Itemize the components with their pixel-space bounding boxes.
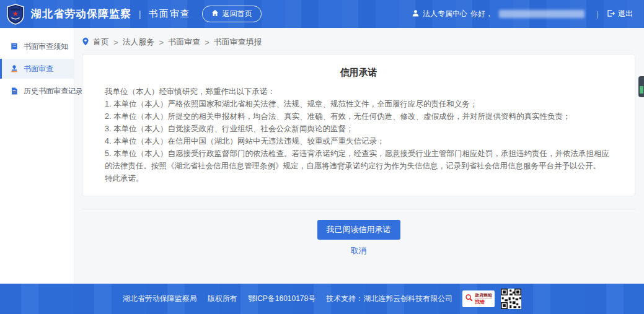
logout-button[interactable]: 退出: [618, 9, 633, 19]
home-icon: [211, 9, 219, 19]
user-icon: [412, 9, 420, 19]
breadcrumb-home[interactable]: 首页: [93, 37, 109, 48]
footer-copyright: 版权所有: [208, 294, 237, 304]
gov-badge-line1: 政府网站: [475, 293, 492, 298]
page: 湖北省劳动保障监察 | 书面审查 返回首页 法人专属中心 你好， | 退出: [0, 0, 644, 314]
stamp-icon: [10, 64, 19, 73]
notice-book-icon: [10, 42, 19, 51]
sidebar-item-written-review[interactable]: 书面审查: [0, 59, 74, 79]
qr-code: [501, 289, 521, 309]
footer-tech-support: 技术支持：湖北连邦云创科技有限公司: [326, 294, 452, 304]
body: 书面审查须知 书面审查: [0, 28, 644, 284]
masked-username: [499, 10, 584, 18]
sidebar-item-label: 书面审查: [24, 64, 53, 74]
confirm-read-button[interactable]: 我已阅读信用承诺: [317, 220, 400, 240]
card-title: 信用承诺: [105, 67, 612, 79]
commitment-item-3: 3. 本单位（本人）自觉接受政府、行业组织、社会公众新闻舆论的监督；: [105, 123, 612, 135]
commitment-item-4: 4. 本单位（本人）在信用中国（湖北）网站中无违法违规、较重或严重失信记录；: [105, 135, 612, 147]
breadcrumb-legal-services[interactable]: 法人服务: [123, 37, 155, 48]
commitment-closing: 特此承诺。: [105, 172, 612, 185]
footer-agency: 湖北省劳动保障监察局: [123, 294, 197, 304]
breadcrumb-separator: >: [159, 38, 164, 47]
gov-badge-line2: 找错: [475, 298, 492, 305]
module-title: 书面审查: [149, 8, 191, 20]
greeting-label: 你好，: [470, 9, 493, 19]
sidebar-item-review-notice[interactable]: 书面审查须知: [0, 37, 74, 56]
commitment-intro: 我单位（本人）经审慎研究，郑重作出以下承诺：: [105, 85, 612, 98]
logout-icon: [607, 9, 615, 19]
breadcrumb-separator: >: [113, 38, 118, 47]
breadcrumb: 首页 > 法人服务 > 书面审查 > 书面审查填报: [82, 37, 635, 48]
commitment-item-5: 5. 本单位（本人）自愿接受行政监督部门的依法检查。若违背承诺约定，经查实，愿意…: [105, 147, 612, 172]
title-separator: |: [139, 9, 141, 19]
sidebar: 书面审查须知 书面审查: [0, 28, 74, 284]
magnifier-icon: [465, 294, 474, 304]
footer-icp-number: 鄂ICP备16010178号: [248, 294, 315, 304]
site-title: 湖北省劳动保障监察: [31, 7, 131, 21]
sidebar-item-review-history[interactable]: 历史书面审查记录: [0, 81, 74, 101]
main-content: 首页 > 法人服务 > 书面审查 > 书面审查填报 信用承诺 我单位（本人）经审…: [74, 28, 644, 284]
location-pin-icon: [82, 37, 89, 48]
return-home-button[interactable]: 返回首页: [202, 6, 262, 22]
breadcrumb-current-page: 书面审查填报: [214, 37, 262, 48]
gov-error-report-badge[interactable]: 政府网站 找错: [462, 290, 495, 307]
shield-badge-icon: [6, 3, 26, 25]
history-doc-icon: [10, 87, 19, 95]
commitment-item-2: 2. 本单位（本人）所提交的相关申报材料，均合法、真实、准确、有效，无任何伪造、…: [105, 110, 612, 123]
cancel-link[interactable]: 取消: [82, 246, 635, 256]
commitment-item-1: 1. 本单位（本人）严格依照国家和湖北省相关法律、法规、规章、规范性文件，全面履…: [105, 98, 612, 110]
breadcrumb-separator: >: [205, 38, 210, 47]
credit-commitment-card: 信用承诺 我单位（本人）经审慎研究，郑重作出以下承诺： 1. 本单位（本人）严格…: [82, 54, 635, 196]
top-header: 湖北省劳动保障监察 | 书面审查 返回首页 法人专属中心 你好， | 退出: [0, 0, 644, 28]
sidebar-item-label: 书面审查须知: [24, 41, 68, 52]
footer: 湖北省劳动保障监察局 版权所有 鄂ICP备16010178号 技术支持：湖北连邦…: [0, 284, 644, 314]
footer-text: 湖北省劳动保障监察局 版权所有 鄂ICP备16010178号 技术支持：湖北连邦…: [123, 294, 452, 304]
user-center-link[interactable]: 法人专属中心: [423, 9, 467, 19]
header-user-area: 法人专属中心 你好， | 退出: [412, 9, 633, 19]
actions-divider: [82, 209, 635, 209]
header-divider: |: [596, 10, 598, 19]
gov-badge-text: 政府网站 找错: [475, 293, 492, 305]
return-home-label: 返回首页: [223, 9, 252, 19]
actions: 我已阅读信用承诺 取消: [82, 220, 635, 256]
breadcrumb-written-review[interactable]: 书面审查: [168, 37, 200, 48]
floating-toolbar-handle[interactable]: [638, 76, 644, 97]
